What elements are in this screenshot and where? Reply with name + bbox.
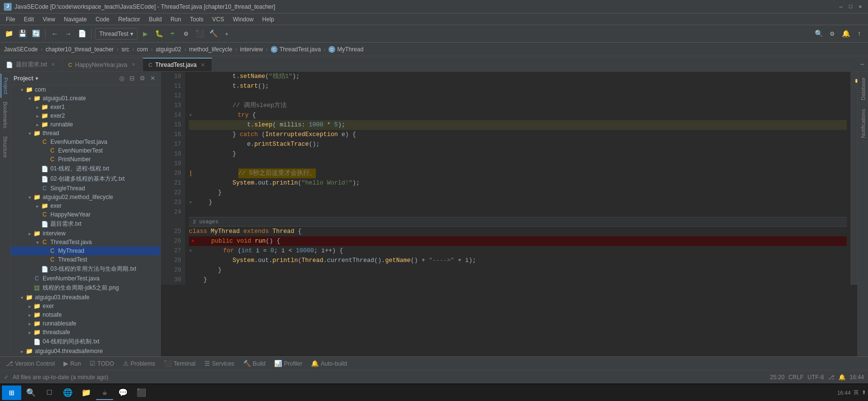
breadcrumb-item-0[interactable]: JavaSECode: [4, 46, 38, 53]
tree-item-4[interactable]: ▸📁runnable: [11, 120, 160, 129]
menu-navigate[interactable]: Navigate: [60, 15, 91, 24]
menu-help[interactable]: Help: [258, 15, 278, 24]
tab-HappyNewYear-java[interactable]: CHappyNewYear.java✕: [62, 58, 143, 71]
code-line-17[interactable]: e.printStackTrace();: [189, 139, 847, 149]
recent-files-btn[interactable]: 📄: [76, 28, 88, 40]
tree-item-25[interactable]: ▸📁notsafe: [11, 310, 160, 319]
code-line-30[interactable]: }: [189, 275, 847, 285]
sync-btn[interactable]: 🔄: [30, 28, 42, 40]
breadcrumb-item-4[interactable]: atguigu02: [156, 46, 182, 53]
terminal-btn[interactable]: ⬛: [133, 386, 150, 400]
breadcrumb-item-1[interactable]: chapter10_thread_teacher: [46, 46, 114, 53]
tree-item-14[interactable]: CHappyNewYear: [11, 210, 160, 219]
code-line-28[interactable]: System.out.println(Thread.currentThread(…: [189, 256, 847, 265]
explorer-btn[interactable]: 📁: [78, 386, 95, 400]
code-line-23[interactable]: ▾ }: [189, 198, 847, 207]
breadcrumb-item-7[interactable]: CThreadTest.java: [271, 46, 321, 53]
fold-marker-14[interactable]: ▾: [189, 110, 192, 120]
tree-item-27[interactable]: ▸📁threadsafe: [11, 328, 160, 337]
tree-item-5[interactable]: ▾📁thread: [11, 129, 160, 138]
code-line-10[interactable]: t.setName("线焅1");: [189, 72, 847, 81]
breadcrumb-item-2[interactable]: src: [122, 46, 129, 53]
tab-题目需求-txt[interactable]: 📄题目需求.txt✕: [0, 58, 62, 71]
tree-item-17[interactable]: ▾CThreadTest.java: [11, 238, 160, 247]
wechat-btn[interactable]: 💬: [114, 386, 132, 400]
menu-build[interactable]: Build: [145, 15, 166, 24]
translate-button[interactable]: ✦: [221, 28, 232, 40]
run-button[interactable]: ▶: [140, 28, 151, 40]
code-line-29[interactable]: }: [189, 265, 847, 275]
debug-button[interactable]: 🐛: [153, 28, 165, 40]
left-tab-structure[interactable]: Structure: [1, 132, 10, 162]
menu-tools[interactable]: Tools: [186, 15, 207, 24]
notification-btn[interactable]: 🔔: [840, 28, 852, 40]
code-line-19[interactable]: [189, 159, 847, 169]
tree-item-24[interactable]: ▸📁exer: [11, 302, 160, 310]
code-line-13[interactable]: // 调用sleep方法: [189, 101, 847, 110]
status-charset[interactable]: UTF-8: [807, 374, 824, 381]
tree-item-18[interactable]: CMyThread: [11, 247, 160, 255]
code-line-24[interactable]: [189, 207, 847, 217]
tree-item-15[interactable]: 📄题目需求.txt: [11, 219, 160, 229]
tree-item-21[interactable]: CEvenNumberTest.java: [11, 274, 160, 283]
maximize-button[interactable]: □: [847, 3, 854, 11]
run-config-dropdown[interactable]: ThreadTest ▾: [95, 28, 138, 40]
tree-item-9[interactable]: 📄01-线程、进程-线程.txt: [11, 164, 160, 174]
editor-panel[interactable]: 1011121314151617181920212223242526272829…: [161, 72, 857, 356]
code-line-18[interactable]: }: [189, 149, 847, 159]
intellij-btn[interactable]: ☕: [96, 386, 113, 400]
bottom-tab-todo[interactable]: ☑TODO: [86, 358, 118, 370]
code-line-12[interactable]: [189, 91, 847, 101]
bottom-tab-build[interactable]: 🔨Build: [239, 358, 270, 370]
tree-item-2[interactable]: ▸📁exer1: [11, 103, 160, 111]
menu-vcs[interactable]: VCS: [208, 15, 228, 24]
bottom-tab-profiler[interactable]: 📊Profiler: [270, 358, 306, 370]
bottom-tab-problems[interactable]: ⚠Problems: [119, 358, 159, 370]
scroll-gutter[interactable]: [851, 72, 857, 285]
bottom-tab-run[interactable]: ▶Run: [60, 358, 85, 370]
code-line-25[interactable]: class MyThread extends Thread {: [189, 227, 847, 236]
code-line-20[interactable]: | // 5秒之后这里才会执行。: [189, 169, 847, 178]
tab-close-2[interactable]: ✕: [200, 62, 206, 69]
status-position[interactable]: 25:20: [770, 374, 785, 381]
search-taskbar[interactable]: 🔍: [22, 386, 40, 400]
bottom-tab-services[interactable]: ☰Services: [201, 358, 238, 370]
menu-refactor[interactable]: Refactor: [114, 15, 144, 24]
settings-btn[interactable]: ⚙: [826, 28, 838, 40]
fold-marker-23[interactable]: ▾: [189, 198, 192, 207]
tree-item-23[interactable]: ▾📁atguigu03.threadsafe: [11, 293, 160, 302]
collapse-all-icon[interactable]: ⊟: [127, 74, 137, 83]
usages-bar[interactable]: 2 usages: [189, 217, 847, 227]
close-sidebar-icon[interactable]: ✕: [148, 74, 157, 83]
right-tab-database[interactable]: Database: [859, 74, 868, 104]
code-line-16[interactable]: } catch (InterruptedException e) {: [189, 130, 847, 139]
bottom-tab-terminal[interactable]: ⬛Terminal: [160, 358, 199, 370]
tree-item-29[interactable]: ▸📁atguigu04.threadsafemore: [11, 347, 160, 355]
code-line-21[interactable]: System.out.println("hello World!");: [189, 178, 847, 188]
tree-item-16[interactable]: ▸📁interview: [11, 229, 160, 238]
menu-code[interactable]: Code: [92, 15, 113, 24]
code-line-14[interactable]: ▾ try {: [189, 110, 847, 120]
settings-icon[interactable]: ⚙: [138, 74, 147, 83]
tree-item-8[interactable]: CPrintNumber: [11, 155, 160, 164]
code-line-27[interactable]: ▾ for (int i = 0; i < 10000; i++) {: [189, 246, 847, 256]
tree-item-19[interactable]: CThreadTest: [11, 255, 160, 264]
bottom-tab-auto-build[interactable]: 🔔Auto-build: [307, 358, 351, 370]
code-lines[interactable]: t.setName("线焅1"); t.start(); // 调用sleep方…: [185, 72, 851, 285]
stop-button[interactable]: ⬛: [194, 28, 205, 40]
menu-edit[interactable]: Edit: [20, 15, 38, 24]
minimize-button[interactable]: —: [837, 3, 845, 11]
taskview-btn[interactable]: □: [41, 386, 58, 400]
sidebar-dropdown-arrow[interactable]: ▾: [35, 75, 38, 82]
tree-item-6[interactable]: CEvenNumberTest.java: [11, 138, 160, 146]
bottom-tab-version-control[interactable]: ⎇Version Control: [2, 358, 59, 370]
search-everywhere-btn[interactable]: 🔍: [813, 28, 824, 40]
chrome-btn[interactable]: 🌐: [59, 386, 77, 400]
forward-btn[interactable]: →: [62, 28, 74, 40]
code-line-15[interactable]: t.sleep( millis: 1000 * 5);: [189, 120, 847, 130]
menu-file[interactable]: File: [2, 15, 19, 24]
tree-item-10[interactable]: 📄02-创建多线程的基本方式.txt: [11, 174, 160, 184]
coverage-button[interactable]: ☂: [167, 28, 178, 40]
tabs-more-button[interactable]: ⋯: [856, 58, 868, 71]
menu-view[interactable]: View: [39, 15, 59, 24]
